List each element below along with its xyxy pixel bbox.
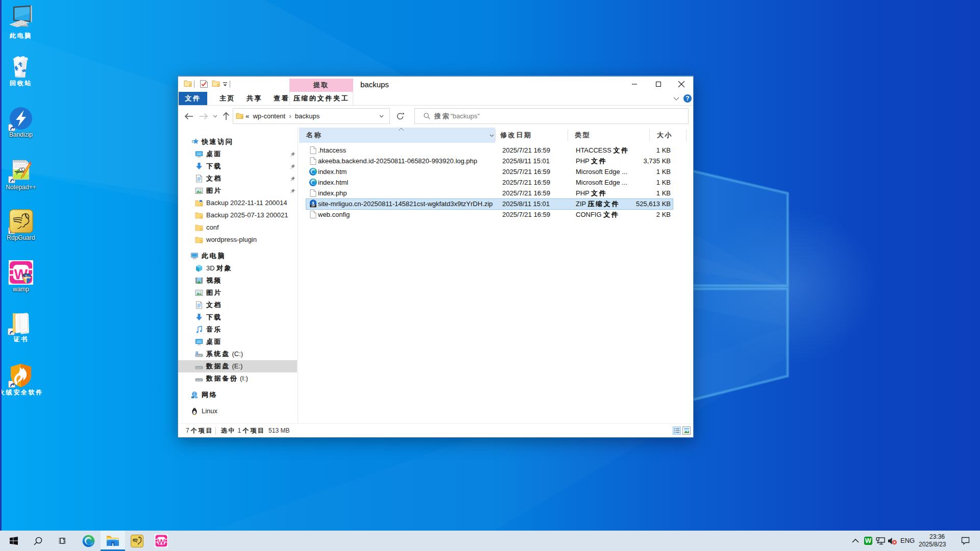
svg-text:W: W (158, 537, 165, 546)
svg-text:ZIP: ZIP (311, 205, 315, 207)
